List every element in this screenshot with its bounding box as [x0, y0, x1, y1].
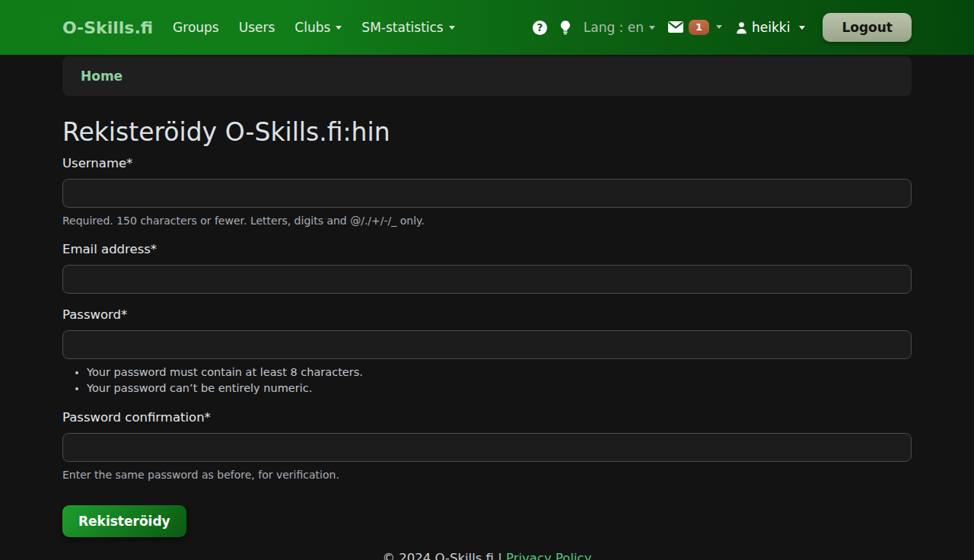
chevron-down-icon [716, 25, 722, 29]
password-confirmation-input[interactable] [62, 433, 912, 462]
nav-item-clubs-dropdown[interactable]: Clubs [294, 20, 342, 35]
password-confirmation-field-group: Password confirmation* Enter the same pa… [62, 409, 912, 482]
nav-item-label: Users [239, 20, 275, 35]
username-help-text: Required. 150 characters or fewer. Lette… [62, 213, 912, 228]
language-label: Lang : en [584, 20, 644, 35]
password-rules-list: Your password must contain at least 8 ch… [62, 364, 912, 396]
nav-item-label: SM-statistics [361, 20, 443, 35]
chevron-down-icon [449, 26, 455, 30]
email-label: Email address* [62, 240, 912, 259]
envelope-icon [668, 21, 683, 33]
user-icon [735, 21, 748, 34]
help-icon[interactable]: ? [533, 21, 547, 35]
svg-text:?: ? [536, 21, 543, 33]
password-rule: Your password must contain at least 8 ch… [87, 364, 912, 380]
registration-form: Username* Required. 150 characters or fe… [62, 154, 912, 537]
password-confirmation-label: Password confirmation* [62, 409, 912, 427]
password-input[interactable] [62, 330, 912, 359]
breadcrumb: Home [62, 56, 912, 96]
breadcrumb-home-link[interactable]: Home [81, 68, 123, 84]
message-count-badge: 1 [689, 20, 709, 35]
password-confirmation-help-text: Enter the same password as before, for v… [62, 467, 912, 482]
chevron-down-icon [799, 26, 805, 30]
nav-item-users[interactable]: Users [239, 20, 275, 35]
chevron-down-icon [336, 26, 342, 30]
password-label: Password* [62, 306, 912, 324]
chevron-down-icon [649, 26, 655, 30]
username-field-group: Username* Required. 150 characters or fe… [62, 154, 912, 228]
nav-item-label: Clubs [294, 20, 330, 35]
username-input[interactable] [62, 179, 912, 208]
page-footer: © 2024 O-Skills.fi | Privacy Policy [0, 551, 974, 560]
copyright-text: © 2024 O-Skills.fi | [383, 551, 502, 560]
page-title: Rekisteröidy O-Skills.fi:hin [62, 117, 912, 147]
nav-item-sm-statistics-dropdown[interactable]: SM-statistics [361, 20, 454, 35]
password-rule: Your password can’t be entirely numeric. [87, 380, 912, 396]
main-content: Home Rekisteröidy O-Skills.fi:hin Userna… [53, 56, 921, 537]
username-label: Username* [62, 154, 912, 173]
nav-item-groups[interactable]: Groups [173, 20, 219, 35]
lightbulb-icon[interactable] [560, 21, 571, 35]
register-button[interactable]: Rekisteröidy [62, 505, 186, 537]
nav-item-label: Groups [173, 20, 219, 35]
logout-button[interactable]: Logout [823, 13, 912, 42]
main-nav: Groups Users Clubs SM-statistics [173, 20, 455, 35]
password-field-group: Password* Your password must contain at … [62, 306, 912, 396]
email-field-group: Email address* [62, 240, 912, 294]
user-dropdown[interactable]: heikki [735, 20, 805, 35]
language-dropdown[interactable]: Lang : en [584, 20, 655, 35]
navbar: O-Skills.fi Groups Users Clubs SM-statis… [0, 0, 974, 55]
email-input[interactable] [62, 265, 912, 294]
brand-link[interactable]: O-Skills.fi [62, 18, 153, 37]
messages-dropdown[interactable]: 1 [668, 20, 722, 35]
navbar-right: ? Lang : en [533, 13, 912, 42]
privacy-policy-link[interactable]: Privacy Policy [506, 551, 591, 560]
user-name-label: heikki [752, 20, 790, 35]
